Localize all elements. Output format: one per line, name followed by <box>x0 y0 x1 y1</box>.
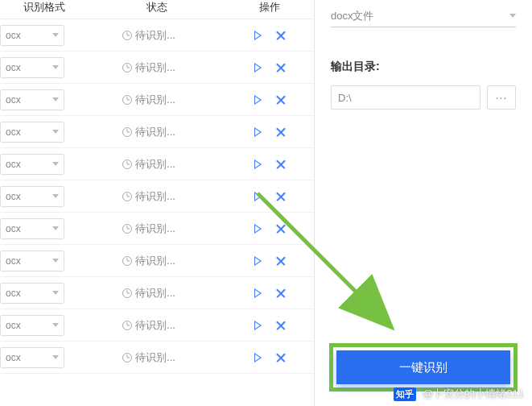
status-text: 待识别... <box>135 125 175 139</box>
play-icon[interactable] <box>254 353 262 362</box>
chevron-down-icon <box>52 355 59 359</box>
recognize-button[interactable]: 一键识别 <box>336 350 510 384</box>
table-row: ocx 待识别... <box>0 52 314 84</box>
format-value: ocx <box>6 191 21 202</box>
play-icon[interactable] <box>254 31 262 40</box>
table-row: ocx 待识别... <box>0 84 314 116</box>
chevron-down-icon <box>52 162 59 166</box>
output-dir-input[interactable] <box>331 85 480 110</box>
close-icon[interactable] <box>276 95 286 105</box>
close-icon[interactable] <box>276 288 286 298</box>
close-icon[interactable] <box>276 224 286 234</box>
format-select[interactable]: ocx <box>0 251 64 271</box>
play-icon[interactable] <box>254 127 262 137</box>
status-text: 待识别... <box>135 189 175 204</box>
status-text: 待识别... <box>135 93 175 107</box>
status-text: 待识别... <box>135 318 175 333</box>
status-cell: 待识别... <box>72 286 225 300</box>
format-select[interactable]: ocx <box>0 283 64 304</box>
format-value: ocx <box>6 159 21 170</box>
chevron-down-icon <box>52 97 59 102</box>
close-icon[interactable] <box>276 192 286 201</box>
table-row: ocx 待识别... <box>0 19 314 52</box>
format-select[interactable]: ocx <box>0 218 64 239</box>
status-cell: 待识别... <box>72 28 225 43</box>
status-cell: 待识别... <box>72 222 225 236</box>
play-icon[interactable] <box>254 256 262 266</box>
table-row: ocx 待识别... <box>0 116 314 148</box>
close-icon[interactable] <box>276 63 286 72</box>
status-text: 待识别... <box>135 60 175 75</box>
filetype-value: docx文件 <box>331 9 373 23</box>
table-row: ocx 待识别... <box>0 213 314 245</box>
format-value: ocx <box>6 126 21 138</box>
clock-icon <box>122 192 132 201</box>
table-header: 识别格式 状态 操作 <box>0 0 314 19</box>
chevron-down-icon <box>52 291 59 295</box>
clock-icon <box>122 95 132 105</box>
filetype-dropdown[interactable]: docx文件 <box>331 5 516 27</box>
clock-icon <box>122 160 132 169</box>
clock-icon <box>122 353 132 362</box>
status-cell: 待识别... <box>72 93 225 107</box>
play-icon[interactable] <box>254 321 262 330</box>
close-icon[interactable] <box>276 160 286 169</box>
close-icon[interactable] <box>276 353 286 362</box>
table-row: ocx 待识别... <box>0 245 314 277</box>
format-select[interactable]: ocx <box>0 315 64 336</box>
format-value: ocx <box>6 255 21 267</box>
status-cell: 待识别... <box>72 60 225 75</box>
status-cell: 待识别... <box>72 157 225 172</box>
close-icon[interactable] <box>276 31 286 40</box>
play-icon[interactable] <box>254 224 262 234</box>
header-status: 状态 <box>89 0 225 14</box>
close-icon[interactable] <box>276 321 286 330</box>
status-text: 待识别... <box>135 222 175 236</box>
settings-panel: docx文件 输出目录: ··· 一键识别 <box>315 0 532 406</box>
format-value: ocx <box>6 94 21 106</box>
chevron-down-icon <box>52 130 59 134</box>
output-dir-label: 输出目录: <box>331 60 516 74</box>
browse-button[interactable]: ··· <box>487 85 516 110</box>
close-icon[interactable] <box>276 256 286 266</box>
clock-icon <box>122 256 132 266</box>
status-text: 待识别... <box>135 157 175 172</box>
format-value: ocx <box>6 62 21 73</box>
format-select[interactable]: ocx <box>0 122 64 143</box>
format-select[interactable]: ocx <box>0 154 64 175</box>
header-format: 识别格式 <box>0 0 89 14</box>
play-icon[interactable] <box>254 192 262 201</box>
clock-icon <box>122 31 132 40</box>
format-select[interactable]: ocx <box>0 89 64 110</box>
status-text: 待识别... <box>135 254 175 268</box>
format-select[interactable]: ocx <box>0 347 64 368</box>
clock-icon <box>122 321 132 330</box>
status-text: 待识别... <box>135 286 175 300</box>
chevron-down-icon <box>509 14 516 18</box>
clock-icon <box>122 224 132 234</box>
play-icon[interactable] <box>254 288 262 298</box>
format-select[interactable]: ocx <box>0 57 64 78</box>
chevron-down-icon <box>52 194 59 198</box>
status-cell: 待识别... <box>72 350 225 365</box>
clock-icon <box>122 288 132 298</box>
chevron-down-icon <box>52 226 59 230</box>
format-value: ocx <box>6 30 21 41</box>
status-cell: 待识别... <box>72 189 225 204</box>
status-cell: 待识别... <box>72 125 225 139</box>
status-text: 待识别... <box>135 350 175 365</box>
file-table: 识别格式 状态 操作 ocx 待识别... ocx 待识别.. <box>0 0 315 406</box>
status-cell: 待识别... <box>72 254 225 268</box>
play-icon[interactable] <box>254 95 262 105</box>
format-select[interactable]: ocx <box>0 25 64 46</box>
play-icon[interactable] <box>254 160 262 169</box>
table-row: ocx 待识别... <box>0 148 314 180</box>
format-select[interactable]: ocx <box>0 186 64 207</box>
play-icon[interactable] <box>254 63 262 72</box>
clock-icon <box>122 63 132 72</box>
format-value: ocx <box>6 320 21 331</box>
table-row: ocx 待识别... <box>0 342 314 374</box>
chevron-down-icon <box>52 33 59 37</box>
highlight-box: 一键识别 <box>329 343 518 392</box>
close-icon[interactable] <box>276 127 286 137</box>
